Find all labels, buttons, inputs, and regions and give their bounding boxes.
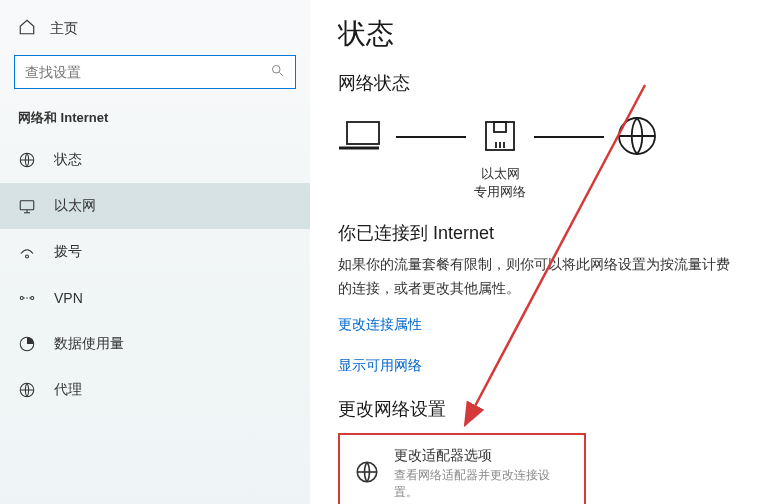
vpn-icon [18, 289, 36, 307]
svg-rect-14 [347, 122, 379, 144]
globe-icon [18, 151, 36, 169]
change-connection-props-link[interactable]: 更改连接属性 [338, 316, 422, 334]
monitor-icon [18, 197, 36, 215]
adapter-globe-icon [354, 459, 380, 489]
svg-point-7 [26, 255, 29, 258]
dialup-icon [18, 243, 36, 261]
sidebar-item-label: 代理 [54, 381, 82, 399]
svg-point-9 [31, 297, 34, 300]
page-title: 状态 [338, 15, 737, 53]
sidebar: 主页 网络和 Internet 状态 以太网 拨号 VPN [0, 0, 310, 504]
svg-rect-4 [20, 201, 34, 210]
svg-point-0 [273, 65, 281, 73]
search-input[interactable] [25, 64, 270, 80]
adapter-option-text: 更改适配器选项 查看网络适配器并更改连接设置。 [394, 447, 570, 501]
ethernet-port-icon [475, 111, 525, 161]
show-available-networks-link[interactable]: 显示可用网络 [338, 357, 422, 375]
change-adapter-options[interactable]: 更改适配器选项 查看网络适配器并更改连接设置。 [338, 433, 586, 504]
home-link[interactable]: 主页 [0, 10, 310, 47]
sidebar-item-vpn[interactable]: VPN [0, 275, 310, 321]
sidebar-item-label: 以太网 [54, 197, 96, 215]
computer-icon [338, 111, 388, 161]
home-icon [18, 18, 36, 39]
adapter-desc: 查看网络适配器并更改连接设置。 [394, 467, 570, 501]
home-label: 主页 [50, 20, 78, 38]
connector-line [534, 136, 604, 138]
sidebar-item-ethernet[interactable]: 以太网 [0, 183, 310, 229]
sidebar-item-label: 状态 [54, 151, 82, 169]
sidebar-item-status[interactable]: 状态 [0, 137, 310, 183]
connector-line [396, 136, 466, 138]
sidebar-item-proxy[interactable]: 代理 [0, 367, 310, 413]
svg-line-1 [279, 72, 283, 76]
connected-title: 你已连接到 Internet [338, 221, 737, 245]
main-content: 状态 网络状态 以太网 专用网络 你已连接到 Internet 如果你的流量套餐… [310, 0, 757, 504]
ethernet-label: 以太网 专用网络 [474, 165, 526, 201]
search-input-wrap[interactable] [14, 55, 296, 89]
sidebar-item-datausage[interactable]: 数据使用量 [0, 321, 310, 367]
network-diagram: 以太网 专用网络 [338, 111, 737, 201]
search-icon [270, 63, 285, 82]
proxy-icon [18, 381, 36, 399]
network-status-title: 网络状态 [338, 71, 737, 95]
adapter-title: 更改适配器选项 [394, 447, 570, 465]
svg-rect-17 [494, 122, 506, 132]
sidebar-item-label: 数据使用量 [54, 335, 124, 353]
data-usage-icon [18, 335, 36, 353]
change-network-settings-title: 更改网络设置 [338, 397, 737, 421]
sidebar-category: 网络和 Internet [0, 103, 310, 137]
svg-point-8 [20, 297, 23, 300]
sidebar-item-label: VPN [54, 290, 83, 306]
sidebar-item-label: 拨号 [54, 243, 82, 261]
internet-globe-icon [612, 111, 662, 161]
sidebar-item-dialup[interactable]: 拨号 [0, 229, 310, 275]
connected-desc: 如果你的流量套餐有限制，则你可以将此网络设置为按流量计费的连接，或者更改其他属性… [338, 253, 737, 301]
